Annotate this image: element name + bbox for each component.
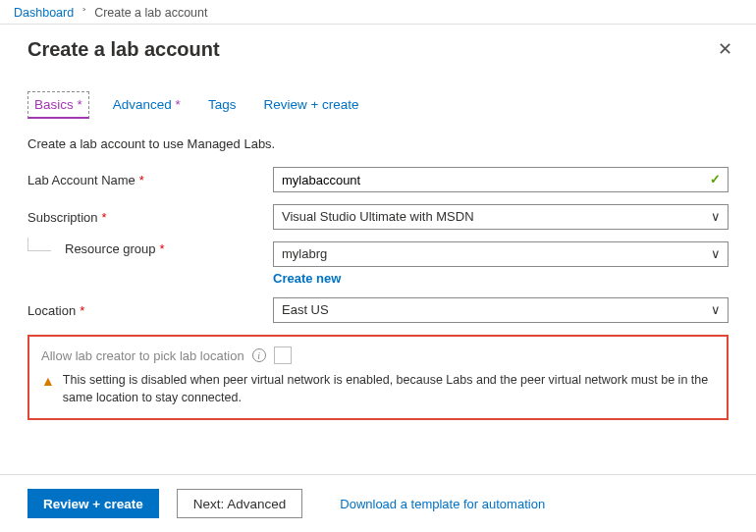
create-new-link[interactable]: Create new	[273, 271, 341, 286]
intro-text: Create a lab account to use Managed Labs…	[27, 136, 729, 151]
close-icon[interactable]: ✕	[710, 34, 740, 64]
page-title: Create a lab account	[27, 38, 220, 61]
subscription-label: Subscription*	[27, 210, 273, 225]
tab-tags[interactable]: Tags	[204, 91, 241, 119]
footer: Review + create Next: Advanced Download …	[0, 474, 756, 532]
tab-basics[interactable]: Basics *	[27, 91, 89, 119]
tab-advanced[interactable]: Advanced *	[109, 91, 185, 119]
warning-text: This setting is disabled when peer virtu…	[63, 372, 715, 406]
chevron-right-icon: ˃	[81, 7, 87, 19]
allow-pick-label: Allow lab creator to pick lab location	[41, 348, 244, 363]
next-advanced-button[interactable]: Next: Advanced	[177, 489, 303, 518]
location-select[interactable]: East US	[273, 297, 729, 323]
resource-group-label: Resource group*	[27, 241, 273, 256]
lab-account-name-label: Lab Account Name*	[27, 173, 273, 187]
lab-account-name-input[interactable]	[273, 167, 729, 192]
tabs: Basics * Advanced * Tags Review + create	[27, 91, 729, 119]
check-icon: ✓	[710, 172, 721, 186]
breadcrumb-current: Create a lab account	[94, 6, 207, 20]
download-template-link[interactable]: Download a template for automation	[340, 497, 545, 511]
review-create-button[interactable]: Review + create	[27, 489, 159, 518]
tab-review[interactable]: Review + create	[259, 91, 362, 119]
warning-icon: ▲	[41, 372, 55, 392]
resource-group-select[interactable]: mylabrg	[273, 241, 729, 267]
location-label: Location*	[27, 303, 273, 318]
info-icon[interactable]: i	[252, 348, 266, 362]
breadcrumb-root[interactable]: Dashboard	[14, 6, 74, 20]
highlight-box: Allow lab creator to pick lab location i…	[27, 335, 729, 420]
subscription-select[interactable]: Visual Studio Ultimate with MSDN	[273, 204, 729, 230]
breadcrumb: Dashboard ˃ Create a lab account	[0, 0, 756, 25]
allow-pick-checkbox	[274, 346, 292, 364]
